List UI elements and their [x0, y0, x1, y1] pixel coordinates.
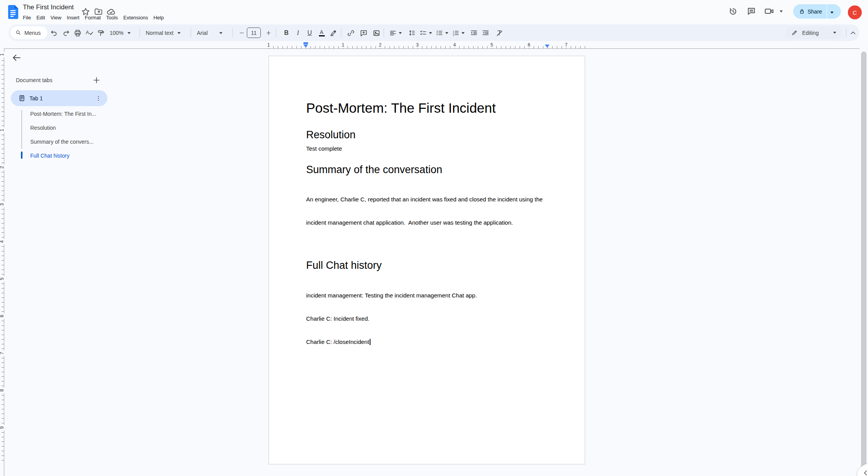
doc-line: An engineer, Charlie C, reported that an… — [306, 196, 548, 203]
increase-indent-icon[interactable] — [481, 29, 490, 37]
bold-button[interactable]: B — [282, 29, 291, 37]
tab-options-kebab-icon[interactable] — [95, 95, 102, 102]
left-indent-marker[interactable] — [303, 45, 308, 48]
mode-caret-icon — [833, 32, 836, 34]
redo-icon[interactable] — [62, 29, 70, 37]
zoom-select[interactable]: 100% — [110, 29, 131, 37]
version-history-icon[interactable] — [727, 5, 739, 17]
text-color-label: A — [320, 29, 323, 35]
insert-image-icon[interactable] — [372, 29, 381, 37]
text-color-button[interactable]: A — [317, 29, 326, 37]
document-tab-icon — [18, 95, 26, 102]
doc-heading-title: Post-Mortem: The First Incident — [306, 100, 548, 116]
horizontal-ruler: 1 1 2 3 4 5 6 7 — [0, 42, 868, 49]
zoom-value: 100% — [110, 30, 124, 36]
bulleted-list-icon — [436, 29, 443, 37]
paint-format-icon[interactable] — [96, 29, 105, 37]
menu-file[interactable]: File — [20, 14, 34, 21]
menu-help[interactable]: Help — [151, 14, 167, 21]
docs-logo-icon[interactable] — [8, 5, 18, 19]
ruler-vline — [4, 48, 4, 476]
back-button[interactable] — [12, 53, 22, 63]
outline-item[interactable]: Post-Mortem: The First In... — [30, 110, 112, 118]
outline-active-indicator — [21, 151, 22, 159]
ruler-number: 5 — [489, 42, 495, 48]
highlight-icon[interactable] — [329, 29, 338, 37]
toolbar-divider — [140, 28, 140, 37]
menu-tools[interactable]: Tools — [103, 14, 121, 21]
menu-view[interactable]: View — [48, 14, 64, 21]
menus-label: Menus — [24, 30, 41, 36]
ruler-number: 5 — [0, 276, 5, 282]
first-line-indent-marker[interactable] — [303, 42, 308, 44]
undo-icon[interactable] — [50, 29, 58, 37]
align-left-icon — [389, 29, 397, 37]
font-select[interactable]: Arial — [197, 29, 222, 37]
share-label: Share — [808, 9, 822, 15]
ruler-baseline — [4, 48, 859, 49]
numbered-list-select[interactable]: 123 — [452, 29, 465, 37]
document-page[interactable]: Post-Mortem: The First Incident Resoluti… — [269, 56, 585, 464]
ruler-ticks — [269, 46, 586, 48]
font-size-increase-icon[interactable] — [264, 29, 273, 37]
numbered-list-icon: 123 — [452, 29, 460, 37]
outline-item[interactable]: Resolution — [30, 124, 112, 132]
ruler-number: 7 — [0, 351, 5, 356]
ruler-number: 3 — [0, 202, 5, 207]
collapse-toolbar-icon[interactable] — [849, 29, 857, 37]
lock-icon — [799, 8, 805, 15]
ruler-vticks — [2, 56, 4, 465]
style-value: Normal text — [146, 30, 174, 36]
video-call-caret-icon[interactable] — [778, 5, 784, 17]
underline-button[interactable]: U — [305, 29, 314, 37]
add-tab-button[interactable] — [92, 76, 101, 84]
add-comment-icon[interactable] — [359, 29, 368, 37]
font-size-input[interactable]: 11 — [247, 27, 261, 38]
menus-search-button[interactable]: Menus — [10, 26, 47, 39]
comments-icon[interactable] — [746, 5, 757, 17]
mode-label: Editing — [802, 30, 833, 36]
doc-line: Charlie C: /closeIncident — [306, 338, 548, 346]
right-indent-marker[interactable] — [545, 45, 549, 48]
ruler-number: 6 — [526, 42, 532, 48]
tab-item[interactable]: Tab 1 — [11, 90, 107, 106]
vertical-scrollbar[interactable] — [861, 52, 866, 476]
document-title-input[interactable]: The First Incident — [23, 3, 74, 11]
paragraph-style-select[interactable]: Normal text — [146, 29, 181, 37]
line-spacing-icon[interactable] — [408, 29, 416, 37]
font-size-decrease-icon[interactable] — [238, 29, 246, 37]
print-icon[interactable] — [73, 29, 82, 37]
text-cursor — [370, 339, 370, 345]
align-select[interactable] — [389, 29, 402, 37]
mode-select[interactable]: Editing — [785, 26, 842, 39]
menu-format[interactable]: Format — [82, 14, 103, 21]
doc-paragraph: An engineer, Charlie C, reported that an… — [306, 180, 548, 242]
italic-label: I — [297, 29, 299, 36]
menu-bar: File Edit View Insert Format Tools Exten… — [20, 14, 167, 21]
avatar[interactable]: C — [848, 5, 862, 19]
menu-insert[interactable]: Insert — [64, 14, 82, 21]
ruler-number: 6 — [0, 313, 5, 319]
italic-button[interactable]: I — [294, 29, 302, 37]
spellcheck-icon[interactable]: A — [85, 29, 93, 37]
ruler-number: 1 — [265, 42, 272, 48]
svg-text:3: 3 — [453, 34, 455, 36]
outline-item-active[interactable]: Full Chat history — [30, 152, 112, 160]
menu-extensions[interactable]: Extensions — [121, 14, 151, 21]
share-button[interactable]: Share — [793, 4, 841, 19]
doc-line: Charlie C: Incident fixed. — [306, 315, 548, 323]
ruler-number: 9 — [0, 425, 5, 430]
share-caret-icon[interactable] — [830, 8, 834, 15]
bulleted-list-select[interactable] — [436, 29, 448, 37]
avatar-letter: C — [853, 9, 857, 16]
ruler-number: 1 — [340, 42, 346, 48]
doc-heading-chat: Full Chat history — [306, 259, 548, 272]
decrease-indent-icon[interactable] — [470, 29, 478, 37]
outline-item[interactable]: Summary of the convers... — [30, 138, 112, 146]
video-call-icon[interactable] — [763, 5, 775, 17]
menu-edit[interactable]: Edit — [34, 14, 48, 21]
checklist-select[interactable] — [419, 29, 432, 37]
font-value: Arial — [197, 30, 215, 36]
insert-link-icon[interactable] — [346, 29, 355, 37]
clear-formatting-icon[interactable] — [495, 29, 504, 37]
